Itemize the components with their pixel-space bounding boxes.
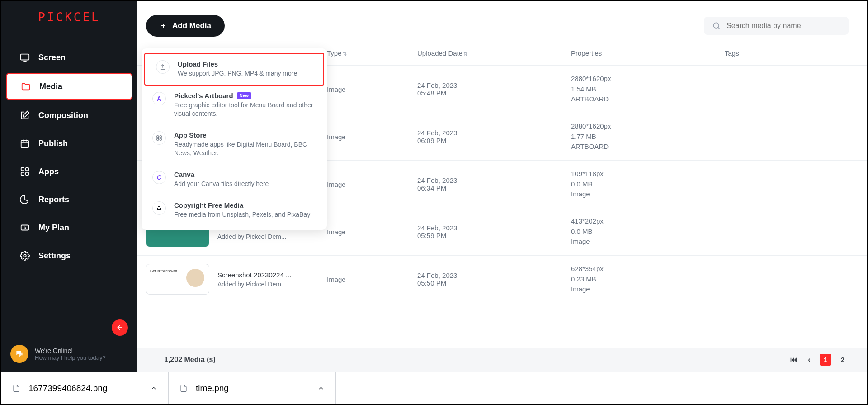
media-properties: 109*118px0.0 MBImage [571, 169, 707, 200]
chevron-up-icon[interactable] [317, 385, 325, 392]
page-prev-button[interactable]: ‹ [804, 355, 814, 365]
downloads-bar: 1677399406824.png time.png [1, 372, 867, 404]
search-icon [712, 21, 721, 30]
svg-text:$: $ [24, 226, 26, 230]
col-date[interactable]: Uploaded Date⇅ [417, 49, 553, 57]
sort-icon: ⇅ [343, 51, 347, 57]
sidebar-item-label: Media [39, 82, 62, 91]
sidebar-item-label: My Plan [38, 223, 69, 233]
edit-icon [19, 110, 30, 121]
media-properties: 2880*1620px1.54 MBARTBOARD [571, 74, 707, 105]
svg-rect-6 [21, 168, 24, 171]
sidebar-item-label: Apps [38, 167, 59, 176]
collapse-sidebar-button[interactable] [112, 319, 128, 336]
sidebar: PICKCEL Screen Media Composition Publish… [1, 1, 137, 372]
search-input[interactable] [726, 22, 840, 30]
dropdown-item-appstore[interactable]: App Store Readymade apps like Digital Me… [142, 125, 327, 164]
media-type: Image [327, 276, 399, 283]
add-media-label: Add Media [172, 21, 211, 30]
sidebar-item-publish[interactable]: Publish [6, 131, 132, 156]
brand-logo: PICKCEL [1, 10, 137, 24]
media-type: Image [327, 228, 399, 236]
svg-rect-0 [21, 54, 29, 60]
sidebar-item-media[interactable]: Media [6, 73, 132, 100]
page-first-button[interactable]: ⏮ [789, 355, 799, 365]
gear-icon [19, 250, 30, 261]
svg-point-15 [713, 23, 719, 28]
plus-icon [160, 22, 167, 29]
sidebar-item-myplan[interactable]: $ My Plan [6, 215, 132, 240]
dropdown-title: Copyright Free Media [174, 201, 316, 209]
download-chip[interactable]: time.png [169, 372, 336, 404]
sidebar-item-reports[interactable]: Reports [6, 187, 132, 212]
sidebar-item-composition[interactable]: Composition [6, 103, 132, 128]
sidebar-item-label: Publish [38, 139, 68, 148]
dropdown-item-copyright-free[interactable]: Copyright Free Media Free media from Uns… [142, 195, 327, 226]
download-chip[interactable]: 1677399406824.png [1, 372, 169, 404]
sidebar-item-settings[interactable]: Settings [6, 243, 132, 268]
chat-widget[interactable]: We're Online! How may I help you today? [10, 345, 128, 363]
page-number[interactable]: 1 [820, 354, 831, 366]
search-wrap[interactable] [704, 17, 849, 35]
media-type: Image [327, 86, 399, 93]
grid-icon [19, 166, 30, 177]
monitor-icon [19, 52, 30, 63]
dropdown-item-upload-files[interactable]: Upload Files We support JPG, PNG, MP4 & … [144, 53, 324, 86]
nav: Screen Media Composition Publish Apps Re… [1, 42, 137, 319]
media-date: 24 Feb, 202305:48 PM [417, 81, 553, 97]
media-type: Image [327, 181, 399, 188]
col-type[interactable]: Type⇅ [327, 49, 399, 57]
svg-rect-8 [21, 172, 24, 175]
sidebar-item-apps[interactable]: Apps [6, 159, 132, 184]
dropdown-item-artboard[interactable]: A Pickcel's Artboard New Free graphic ed… [142, 86, 327, 125]
table-footer: 1,202 Media (s) ⏮ ‹ 1 2 [137, 348, 867, 372]
chat-icon [10, 345, 28, 363]
chat-title: We're Online! [35, 347, 106, 354]
dropdown-desc: Add your Canva files directly here [174, 180, 316, 189]
folder-icon [20, 81, 31, 92]
svg-rect-18 [160, 136, 161, 138]
page-number[interactable]: 2 [837, 354, 849, 366]
add-media-button[interactable]: Add Media [146, 15, 225, 37]
svg-rect-2 [21, 141, 29, 148]
media-properties: 628*354px0.23 MBImage [571, 264, 707, 295]
file-icon [179, 383, 188, 393]
dropdown-title: Upload Files [178, 60, 312, 68]
media-properties: 2880*1620px1.77 MBARTBOARD [571, 121, 707, 152]
svg-rect-19 [157, 138, 159, 140]
media-count: 1,202 Media (s) [164, 356, 216, 364]
add-media-dropdown: Upload Files We support JPG, PNG, MP4 & … [142, 48, 327, 230]
sidebar-item-screen[interactable]: Screen [6, 45, 132, 70]
download-name: time.png [196, 383, 229, 393]
main: Add Media Upload Files We support JPG, P… [137, 1, 867, 372]
svg-rect-20 [160, 138, 161, 140]
dropdown-desc: Free graphic editor tool for Menu Board … [174, 101, 316, 119]
dropdown-title: App Store [174, 131, 316, 139]
dropdown-item-canva[interactable]: C Canva Add your Canva files directly he… [142, 164, 327, 195]
col-props: Properties [571, 49, 707, 57]
chevron-up-icon[interactable] [150, 385, 157, 392]
download-name: 1677399406824.png [28, 383, 107, 393]
sidebar-item-label: Settings [38, 251, 71, 261]
file-icon [12, 383, 20, 393]
media-properties: 413*202px0.0 MBImage [571, 216, 707, 247]
media-name: Screenshot 20230224 ... [217, 271, 291, 279]
unsplash-icon [152, 201, 166, 215]
sort-icon: ⇅ [463, 51, 467, 57]
media-date: 24 Feb, 202306:34 PM [417, 176, 553, 192]
svg-rect-7 [26, 168, 28, 171]
svg-rect-9 [26, 172, 28, 175]
table-row[interactable]: Get in touch with Screenshot 20230224 ..… [137, 256, 867, 303]
dropdown-title: Canva [174, 171, 316, 178]
sidebar-item-label: Composition [38, 111, 88, 120]
svg-line-16 [718, 27, 720, 29]
dropdown-desc: Free media from Unsplash, Pexels, and Pi… [174, 210, 316, 219]
media-added-by: Added by Pickcel Dem... [217, 281, 291, 288]
col-tags: Tags [725, 49, 849, 57]
media-thumbnail: Get in touch with [146, 264, 209, 295]
sidebar-item-label: Reports [38, 195, 69, 205]
upload-icon [156, 60, 170, 74]
artboard-icon: A [152, 92, 166, 105]
pagination: ⏮ ‹ 1 2 [789, 354, 849, 366]
svg-rect-17 [157, 136, 159, 138]
